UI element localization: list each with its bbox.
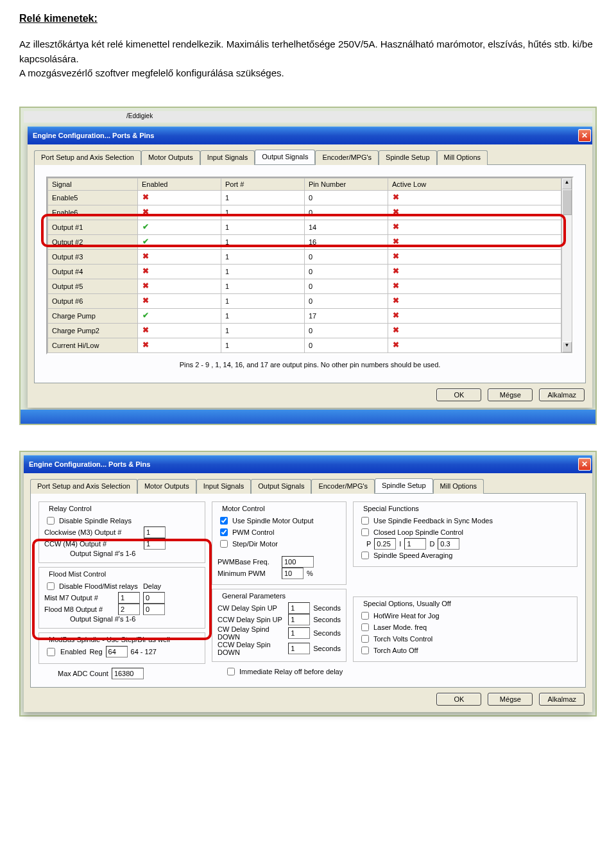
ccw-dn-input[interactable] <box>288 643 310 654</box>
active-low-cell[interactable] <box>388 220 561 234</box>
tab-port-setup[interactable]: Port Setup and Axis Selection <box>30 479 137 494</box>
active-low-cell[interactable] <box>388 205 561 220</box>
table-row[interactable]: Enable610 <box>48 205 561 220</box>
active-low-cell[interactable] <box>388 308 561 323</box>
port-cell[interactable]: 1 <box>221 338 305 352</box>
scroll-down-icon[interactable]: ▼ <box>562 342 572 352</box>
table-row[interactable]: Output #510 <box>48 279 561 293</box>
cw-dn-input[interactable] <box>288 627 310 639</box>
cancel-button[interactable]: Mégse <box>488 388 533 401</box>
closed-loop-check[interactable] <box>361 528 369 536</box>
port-cell[interactable]: 1 <box>221 279 305 293</box>
window-titlebar[interactable]: Engine Configuration... Ports & Pins ✕ <box>28 126 592 144</box>
p-input[interactable] <box>374 538 396 550</box>
table-row[interactable]: Enable510 <box>48 190 561 205</box>
port-cell[interactable]: 1 <box>221 264 305 279</box>
active-low-cell[interactable] <box>388 249 561 264</box>
tab-spindle-setup[interactable]: Spindle Setup <box>379 150 437 165</box>
port-cell[interactable]: 1 <box>221 234 305 249</box>
tab-output-signals[interactable]: Output Signals <box>255 150 315 164</box>
modbus-enabled-check[interactable] <box>47 648 55 656</box>
tab-port-setup[interactable]: Port Setup and Axis Selection <box>34 150 141 165</box>
enabled-cell[interactable] <box>138 264 221 279</box>
use-spindle-motor-check[interactable] <box>220 517 228 525</box>
avg-check[interactable] <box>361 552 369 559</box>
d-input[interactable] <box>438 538 459 550</box>
flood-delay-input[interactable] <box>143 604 165 615</box>
port-cell[interactable]: 1 <box>221 249 305 264</box>
enabled-cell[interactable] <box>138 293 221 308</box>
active-low-cell[interactable] <box>388 190 561 205</box>
window-titlebar-2[interactable]: Engine Configuration... Ports & Pins ✕ <box>24 455 592 473</box>
close-icon[interactable]: ✕ <box>578 129 591 142</box>
active-low-cell[interactable] <box>388 279 561 293</box>
pin-cell[interactable]: 0 <box>305 279 388 293</box>
tab-motor-outputs[interactable]: Motor Outputs <box>137 479 196 494</box>
port-cell[interactable]: 1 <box>221 205 305 220</box>
port-cell[interactable]: 1 <box>221 323 305 338</box>
pin-cell[interactable]: 0 <box>305 249 388 264</box>
tab-encoder[interactable]: Encoder/MPG's <box>315 150 379 165</box>
cw-output-input[interactable] <box>144 526 166 538</box>
ok-button[interactable]: OK <box>436 693 481 706</box>
tab-mill-options[interactable]: Mill Options <box>437 150 488 165</box>
pwm-base-input[interactable] <box>282 556 314 568</box>
port-cell[interactable]: 1 <box>221 190 305 205</box>
active-low-cell[interactable] <box>388 234 561 249</box>
active-low-cell[interactable] <box>388 323 561 338</box>
tab-motor-outputs[interactable]: Motor Outputs <box>141 150 200 165</box>
disable-flood-check[interactable] <box>47 582 55 590</box>
max-adc-input[interactable] <box>112 668 144 679</box>
torch-a-check[interactable] <box>361 647 369 654</box>
table-row[interactable]: Output #1114 <box>48 220 561 234</box>
ok-button[interactable]: OK <box>436 388 481 401</box>
cancel-button[interactable]: Mégse <box>488 693 533 706</box>
active-low-cell[interactable] <box>388 338 561 352</box>
enabled-cell[interactable] <box>138 338 221 352</box>
enabled-cell[interactable] <box>138 249 221 264</box>
table-row[interactable]: Output #610 <box>48 293 561 308</box>
table-scrollbar[interactable]: ▲ ▼ <box>561 178 572 353</box>
flood-output-input[interactable] <box>118 604 140 615</box>
close-icon[interactable]: ✕ <box>578 458 591 471</box>
enabled-cell[interactable] <box>138 279 221 293</box>
table-row[interactable]: Output #310 <box>48 249 561 264</box>
enabled-cell[interactable] <box>138 190 221 205</box>
enabled-cell[interactable] <box>138 323 221 338</box>
cw-up-input[interactable] <box>288 602 310 614</box>
i-input[interactable] <box>404 538 426 550</box>
apply-button[interactable]: Alkalmaz <box>539 388 585 401</box>
scroll-up-icon[interactable]: ▲ <box>562 178 572 189</box>
stepdir-check[interactable] <box>220 540 228 548</box>
active-low-cell[interactable] <box>388 264 561 279</box>
mist-output-input[interactable] <box>118 592 140 604</box>
ccw-up-input[interactable] <box>288 614 310 625</box>
port-cell[interactable]: 1 <box>221 308 305 323</box>
enabled-cell[interactable] <box>138 205 221 220</box>
pin-cell[interactable]: 0 <box>305 205 388 220</box>
table-row[interactable]: Output #410 <box>48 264 561 279</box>
immediate-relay-check[interactable] <box>227 668 235 675</box>
pin-cell[interactable]: 0 <box>305 264 388 279</box>
ccw-output-input[interactable] <box>144 538 166 550</box>
pin-cell[interactable]: 17 <box>305 308 388 323</box>
mist-delay-input[interactable] <box>143 592 165 604</box>
min-pwm-input[interactable] <box>282 568 304 579</box>
reg-input[interactable] <box>106 646 128 657</box>
port-cell[interactable]: 1 <box>221 220 305 234</box>
tab-input-signals[interactable]: Input Signals <box>200 150 255 165</box>
table-row[interactable]: Output #2116 <box>48 234 561 249</box>
tab-encoder[interactable]: Encoder/MPG's <box>311 479 375 494</box>
active-low-cell[interactable] <box>388 293 561 308</box>
pin-cell[interactable]: 16 <box>305 234 388 249</box>
tab-mill-options[interactable]: Mill Options <box>433 479 484 494</box>
port-cell[interactable]: 1 <box>221 293 305 308</box>
output-signals-table[interactable]: Signal Enabled Port # Pin Number Active … <box>47 178 561 353</box>
pin-cell[interactable]: 14 <box>305 220 388 234</box>
feedback-check[interactable] <box>361 517 369 525</box>
pwm-control-check[interactable] <box>220 528 228 536</box>
enabled-cell[interactable] <box>138 308 221 323</box>
tab-output-signals[interactable]: Output Signals <box>251 479 311 494</box>
laser-check[interactable] <box>361 623 369 631</box>
table-row[interactable]: Current Hi/Low10 <box>48 338 561 352</box>
